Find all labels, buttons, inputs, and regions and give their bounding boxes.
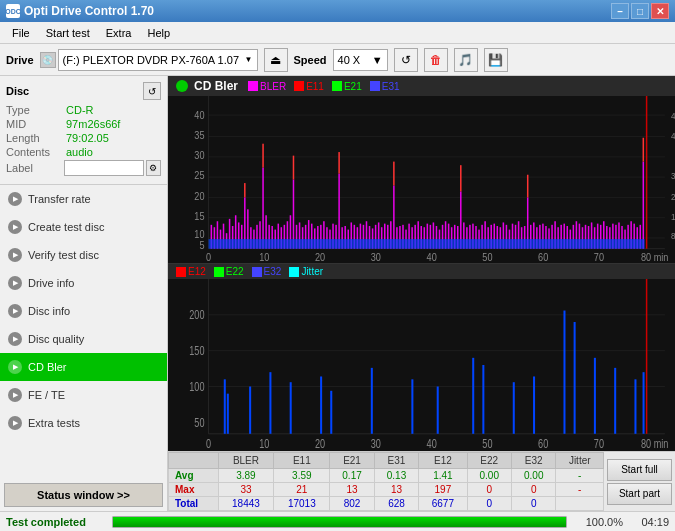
extra-tests-icon: ▶ — [8, 416, 22, 430]
col-header-bler: BLER — [218, 453, 274, 469]
sidebar-label-create-test-disc: Create test disc — [28, 221, 104, 233]
svg-rect-178 — [262, 144, 264, 168]
menu-file[interactable]: File — [4, 25, 38, 41]
bottom-status-bar: Test completed 100.0% 04:19 — [0, 511, 675, 531]
chart2-section: E12 E22 E32 Jitter — [168, 263, 675, 451]
avg-e32: 0.00 — [511, 469, 555, 483]
svg-rect-184 — [643, 138, 645, 162]
app-icon: ODC — [6, 4, 20, 18]
drive-dropdown[interactable]: (F:) PLEXTOR DVDR PX-760A 1.07 ▼ — [58, 49, 258, 71]
svg-rect-185 — [209, 239, 645, 249]
menu-help[interactable]: Help — [139, 25, 178, 41]
svg-rect-209 — [269, 372, 271, 434]
svg-rect-177 — [244, 183, 246, 197]
maximize-button[interactable]: □ — [631, 3, 649, 19]
avg-e12: 1.41 — [419, 469, 467, 483]
svg-rect-211 — [320, 376, 322, 433]
svg-text:60: 60 — [538, 437, 548, 451]
sidebar-item-transfer-rate[interactable]: ▶ Transfer rate — [0, 185, 167, 213]
sidebar-item-fe-te[interactable]: ▶ FE / TE — [0, 381, 167, 409]
chart1-legend: BLER E11 E21 E31 — [248, 81, 400, 92]
eject-button[interactable]: ⏏ — [264, 48, 288, 72]
disc-length-label: Length — [6, 132, 66, 144]
sidebar-item-drive-info[interactable]: ▶ Drive info — [0, 269, 167, 297]
avg-bler: 3.89 — [218, 469, 274, 483]
chart2-legend: E12 E22 E32 Jitter — [176, 266, 323, 277]
total-label: Total — [169, 497, 219, 511]
svg-rect-219 — [533, 376, 535, 433]
col-header-e31: E31 — [374, 453, 418, 469]
max-e11: 21 — [274, 483, 330, 497]
svg-rect-210 — [290, 382, 292, 434]
legend-e12-color — [176, 267, 186, 277]
svg-text:60: 60 — [538, 251, 549, 263]
svg-text:150: 150 — [189, 343, 204, 357]
svg-rect-213 — [371, 368, 373, 434]
total-e12: 6677 — [419, 497, 467, 511]
svg-rect-180 — [338, 152, 340, 173]
sidebar-label-extra-tests: Extra tests — [28, 417, 80, 429]
speed-label: Speed — [294, 54, 327, 66]
title-bar: ODC Opti Drive Control 1.70 – □ ✕ — [0, 0, 675, 22]
stats-total-row: Total 18443 17013 802 628 6677 0 0 — [169, 497, 604, 511]
max-jitter: - — [556, 483, 604, 497]
disc-length-value: 79:02.05 — [66, 132, 109, 144]
svg-text:5: 5 — [199, 239, 204, 251]
chart1-section: CD Bler BLER E11 E21 — [168, 76, 675, 263]
sidebar-item-disc-info[interactable]: ▶ Disc info — [0, 297, 167, 325]
svg-text:10: 10 — [259, 437, 269, 451]
transfer-rate-icon: ▶ — [8, 192, 22, 206]
start-part-button[interactable]: Start part — [607, 483, 672, 505]
sidebar-item-verify-test-disc[interactable]: ▶ Verify test disc — [0, 241, 167, 269]
svg-rect-215 — [437, 387, 439, 434]
action-buttons: Start full Start part — [604, 452, 675, 511]
main-area: Disc ↺ Type CD-R MID 97m26s66f Length 79… — [0, 76, 675, 511]
sidebar-item-disc-quality[interactable]: ▶ Disc quality — [0, 325, 167, 353]
chart1-title: CD Bler — [194, 79, 238, 93]
close-button[interactable]: ✕ — [651, 3, 669, 19]
audio-button[interactable]: 🎵 — [454, 48, 478, 72]
svg-text:0: 0 — [206, 251, 211, 263]
svg-text:40: 40 — [427, 251, 438, 263]
speed-dropdown[interactable]: 40 X ▼ — [333, 49, 388, 71]
svg-rect-76 — [338, 174, 340, 249]
disc-label-gear-button[interactable]: ⚙ — [146, 160, 161, 176]
svg-rect-206 — [224, 379, 226, 433]
stats-max-row: Max 33 21 13 13 197 0 0 - — [169, 483, 604, 497]
disc-refresh-button[interactable]: ↺ — [143, 82, 161, 100]
progress-bar-fill — [113, 517, 566, 527]
legend-e21-color — [332, 81, 342, 91]
max-e31: 13 — [374, 483, 418, 497]
legend-bler: BLER — [248, 81, 286, 92]
menu-extra[interactable]: Extra — [98, 25, 140, 41]
chart1-header: CD Bler BLER E11 E21 — [168, 76, 675, 96]
svg-rect-182 — [460, 165, 462, 191]
svg-rect-186 — [168, 279, 675, 451]
start-full-button[interactable]: Start full — [607, 459, 672, 481]
save-button[interactable]: 💾 — [484, 48, 508, 72]
sidebar-item-extra-tests[interactable]: ▶ Extra tests — [0, 409, 167, 437]
total-jitter — [556, 497, 604, 511]
svg-text:10: 10 — [259, 251, 270, 263]
svg-text:8 X: 8 X — [671, 231, 675, 242]
menu-start-test[interactable]: Start test — [38, 25, 98, 41]
svg-rect-183 — [527, 175, 529, 198]
minimize-button[interactable]: – — [611, 3, 629, 19]
clear-button[interactable]: 🗑 — [424, 48, 448, 72]
menu-bar: File Start test Extra Help — [0, 22, 675, 44]
status-text: Test completed — [6, 516, 106, 528]
svg-rect-225 — [643, 372, 645, 434]
refresh-speed-button[interactable]: ↺ — [394, 48, 418, 72]
status-window-button[interactable]: Status window >> — [4, 483, 163, 507]
drive-label: Drive — [6, 54, 34, 66]
sidebar-item-cd-bler[interactable]: ▶ CD Bler — [0, 353, 167, 381]
legend-e21-label: E21 — [344, 81, 362, 92]
legend-bler-color — [248, 81, 258, 91]
stats-table-wrap: BLER E11 E21 E31 E12 E22 E32 Jitter Avg — [168, 452, 604, 511]
elapsed-time: 04:19 — [629, 516, 669, 528]
svg-text:50: 50 — [482, 251, 493, 263]
disc-label-input[interactable] — [64, 160, 144, 176]
disc-quality-icon: ▶ — [8, 332, 22, 346]
sidebar-item-create-test-disc[interactable]: ▶ Create test disc — [0, 213, 167, 241]
verify-test-disc-icon: ▶ — [8, 248, 22, 262]
